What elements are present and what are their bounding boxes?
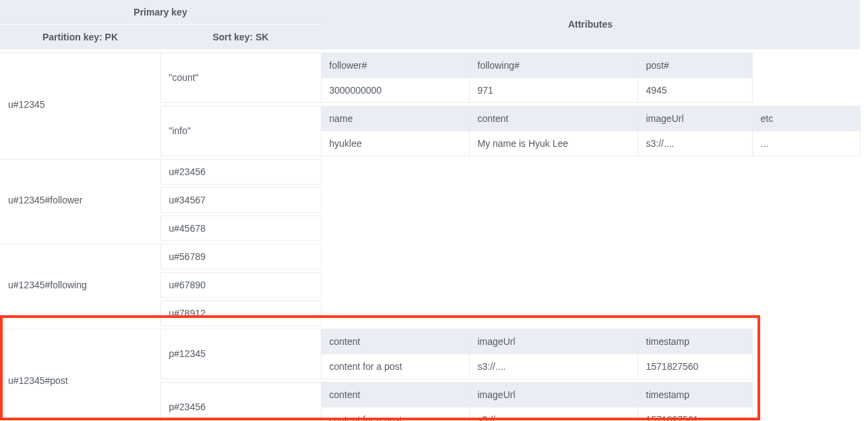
sk-post-item: p#23456 (160, 382, 321, 421)
attr-header: post# (638, 53, 752, 77)
attr-value: content for a post (321, 354, 469, 379)
attr-value: 1571827560 (638, 354, 752, 379)
attr-header: timestamp (638, 382, 752, 407)
attr-header: content (321, 382, 469, 407)
attr-value: s3://.... (469, 407, 638, 421)
attr-header: imageUrl (638, 106, 752, 131)
attr-value: s3://.... (469, 354, 638, 379)
header-partition-key: Partition key: PK (0, 25, 160, 50)
attr-value: hyuklee (321, 131, 469, 156)
attr-value: 1571827561 (638, 407, 752, 421)
pk-follower: u#12345#follower (0, 159, 160, 240)
attr-header: imageUrl (469, 329, 638, 354)
sk-follower-item: u#23456 (160, 159, 321, 184)
header-primary-key: Primary key (0, 0, 321, 25)
sk-following-item: u#78912 (160, 300, 321, 325)
attr-value: s3://.... (638, 131, 752, 156)
attr-header: content (469, 106, 638, 131)
dynamodb-table: Primary key Attributes Partition key: PK… (0, 0, 861, 421)
sk-follower-item: u#34567 (160, 187, 321, 212)
attr-header: follower# (321, 53, 469, 77)
attr-header: following# (469, 53, 638, 77)
header-attributes: Attributes (321, 0, 860, 49)
attr-header: etc (752, 106, 860, 131)
attr-header: timestamp (638, 329, 752, 354)
attr-value: ... (752, 131, 860, 156)
attr-value: My name is Hyuk Lee (469, 131, 638, 156)
attr-value: content for a post (321, 407, 469, 421)
attr-header: content (321, 329, 469, 354)
pk-user: u#12345 (0, 53, 160, 156)
pk-post: u#12345#post (0, 329, 160, 421)
header-sort-key: Sort key: SK (160, 25, 321, 50)
attr-value: 4945 (638, 77, 752, 102)
sk-post-item: p#12345 (160, 329, 321, 379)
attr-header: imageUrl (469, 382, 638, 407)
sk-following-item: u#67890 (160, 272, 321, 297)
attr-value: 971 (469, 77, 638, 102)
attr-value: 3000000000 (321, 77, 469, 102)
pk-following: u#12345#following (0, 244, 160, 325)
attr-header: name (321, 106, 469, 131)
sk-following-item: u#56789 (160, 244, 321, 269)
sk-count: "count" (160, 53, 321, 102)
sk-follower-item: u#45678 (160, 216, 321, 240)
sk-info: "info" (160, 106, 321, 156)
